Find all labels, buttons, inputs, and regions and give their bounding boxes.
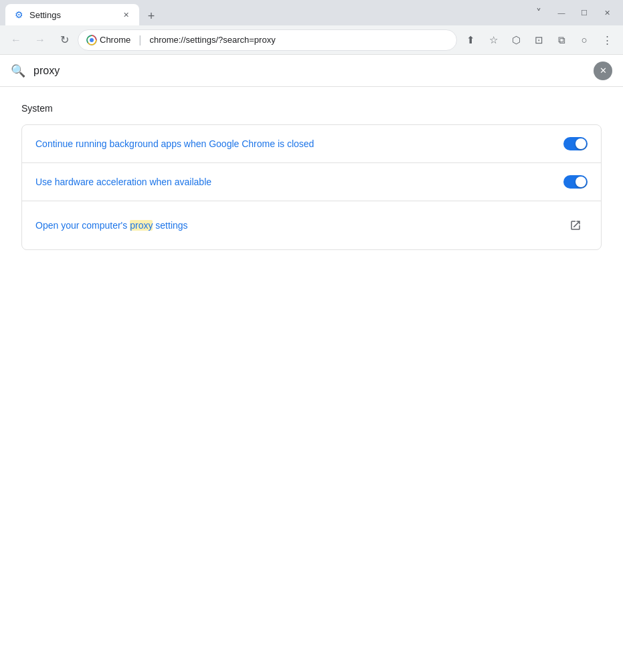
- tab-overflow-button[interactable]: ˅: [529, 3, 548, 22]
- address-bar[interactable]: Chrome | chrome://settings/?search=proxy: [78, 29, 457, 51]
- hardware-acceleration-toggle-track: [563, 175, 588, 189]
- profile-button[interactable]: ○: [573, 29, 595, 51]
- bookmark-button[interactable]: ☆: [482, 29, 504, 51]
- hardware-acceleration-label: Use hardware acceleration when available: [35, 177, 563, 187]
- system-section-title: System: [21, 103, 602, 114]
- background-apps-toggle-thumb: [575, 138, 586, 149]
- forward-button[interactable]: →: [29, 29, 51, 51]
- settings-card: Continue running background apps when Go…: [21, 124, 602, 250]
- reload-button[interactable]: ↻: [54, 29, 75, 51]
- proxy-label-after: settings: [153, 220, 187, 231]
- tab-close-button[interactable]: ✕: [120, 9, 131, 20]
- settings-tab-title: Settings: [29, 10, 115, 20]
- title-bar: ⚙ Settings ✕ + ˅ — ☐ ✕: [0, 0, 623, 25]
- search-input[interactable]: [33, 65, 586, 77]
- minimize-button[interactable]: —: [551, 2, 572, 23]
- proxy-settings-label: Open your computer's proxy settings: [35, 220, 563, 231]
- proxy-settings-row[interactable]: Open your computer's proxy settings: [22, 201, 601, 249]
- settings-tab-icon: ⚙: [13, 9, 24, 20]
- open-proxy-settings-button[interactable]: [563, 213, 588, 237]
- maximize-button[interactable]: ☐: [573, 2, 595, 23]
- search-icon: 🔍: [11, 64, 25, 78]
- back-button[interactable]: ←: [5, 29, 27, 51]
- external-link-icon: [569, 219, 582, 231]
- window-controls: — ☐ ✕: [551, 2, 618, 23]
- address-divider: |: [139, 34, 141, 46]
- tab-strip: ⚙ Settings ✕ +: [5, 0, 529, 25]
- background-apps-toggle-track: [563, 137, 588, 150]
- chrome-badge: Chrome: [86, 35, 130, 45]
- close-button[interactable]: ✕: [596, 2, 618, 23]
- new-tab-button[interactable]: +: [142, 7, 161, 25]
- browser-toolbar: ← → ↻ Chrome | chrome://settings/?search…: [0, 25, 623, 55]
- svg-point-1: [90, 38, 94, 42]
- menu-button[interactable]: ⋮: [596, 29, 618, 51]
- hardware-acceleration-toggle[interactable]: [563, 175, 588, 189]
- url-display: chrome://settings/?search=proxy: [149, 35, 448, 45]
- background-apps-label: Continue running background apps when Go…: [35, 138, 563, 149]
- hardware-acceleration-toggle-thumb: [575, 177, 586, 187]
- toolbar-actions: ⬆ ☆ ⬡ ⊡ ⧉ ○ ⋮: [460, 29, 618, 51]
- hardware-acceleration-row: Use hardware acceleration when available: [22, 163, 601, 201]
- media-button[interactable]: ⊡: [528, 29, 549, 51]
- chrome-label: Chrome: [100, 35, 130, 45]
- share-button[interactable]: ⬆: [460, 29, 481, 51]
- proxy-highlight: proxy: [130, 220, 153, 231]
- extensions-button[interactable]: ⬡: [505, 29, 527, 51]
- split-button[interactable]: ⧉: [551, 29, 572, 51]
- settings-tab[interactable]: ⚙ Settings ✕: [5, 4, 139, 25]
- search-clear-button[interactable]: ✕: [594, 62, 612, 80]
- main-content: System Continue running background apps …: [0, 87, 623, 672]
- background-apps-row: Continue running background apps when Go…: [22, 125, 601, 163]
- background-apps-toggle[interactable]: [563, 137, 588, 150]
- chrome-logo-icon: [86, 35, 97, 45]
- proxy-label-before: Open your computer's: [35, 220, 130, 231]
- settings-search-bar: 🔍 ✕: [0, 55, 623, 87]
